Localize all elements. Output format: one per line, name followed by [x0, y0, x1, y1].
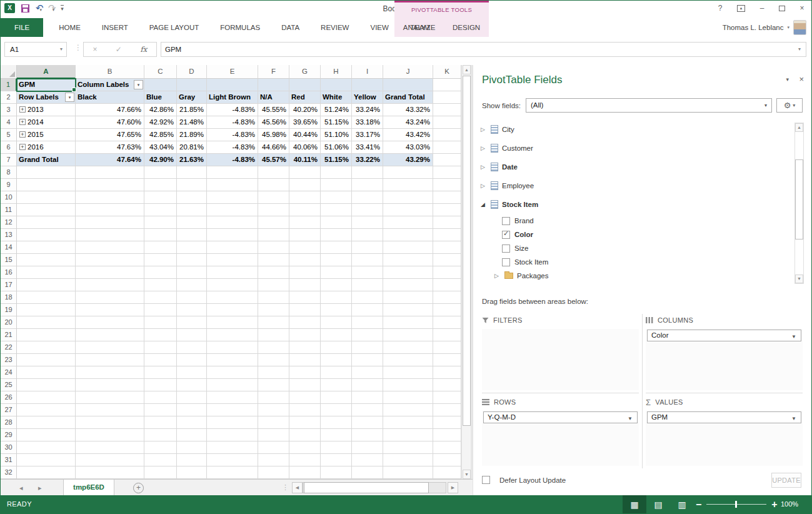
cell-H27[interactable] — [321, 404, 352, 416]
scroll-left-icon[interactable]: ◀ — [292, 482, 303, 493]
cell-I19[interactable] — [352, 304, 383, 316]
cell-F29[interactable] — [258, 429, 289, 441]
cell-H25[interactable] — [321, 379, 352, 391]
cell-I26[interactable] — [352, 391, 383, 404]
row-header-1[interactable]: 1 — [1, 79, 17, 91]
page-break-view-icon[interactable]: ▥ — [670, 495, 694, 513]
field-item-stock-item[interactable]: ◢Stock Item — [477, 195, 792, 214]
cell-J24[interactable] — [383, 366, 433, 379]
name-box-dropdown-icon[interactable]: ▾ — [60, 43, 63, 56]
cell-H19[interactable] — [321, 304, 352, 316]
name-box[interactable]: A1 ▾ — [4, 42, 67, 57]
tab-insert[interactable]: INSERT — [91, 18, 139, 37]
row-header-19[interactable]: 19 — [1, 304, 17, 316]
cell-D11[interactable] — [177, 204, 207, 216]
cell-I16[interactable] — [352, 266, 383, 279]
cell-B19[interactable] — [76, 304, 144, 316]
cell-E27[interactable] — [207, 404, 258, 416]
cell-I24[interactable] — [352, 366, 383, 379]
help-icon[interactable]: ? — [716, 3, 724, 13]
cell-G29[interactable] — [289, 429, 321, 441]
column-header-I[interactable]: I — [352, 65, 383, 79]
cell-F24[interactable] — [258, 366, 289, 379]
cell-G3[interactable]: 40.20% — [289, 104, 321, 116]
cell-E7[interactable]: -4.83% — [207, 154, 258, 166]
zoom-slider-thumb[interactable] — [735, 501, 737, 508]
cell-A24[interactable] — [17, 366, 76, 379]
cell-B24[interactable] — [76, 366, 144, 379]
cell-E26[interactable] — [207, 391, 258, 404]
cell-K7[interactable] — [433, 154, 461, 166]
cell-K20[interactable] — [433, 316, 461, 329]
cell-I31[interactable] — [352, 454, 383, 466]
cell-B9[interactable] — [76, 179, 144, 191]
cell-J12[interactable] — [383, 216, 433, 229]
cell-I21[interactable] — [352, 329, 383, 341]
cell-B4[interactable]: 47.60% — [76, 116, 144, 129]
cancel-icon[interactable]: × — [93, 45, 98, 54]
cell-B30[interactable] — [76, 441, 144, 454]
cell-I5[interactable]: 33.17% — [352, 129, 383, 141]
values-drop-zone[interactable]: GPM ▼ — [646, 411, 803, 466]
cell-A23[interactable] — [17, 354, 76, 366]
cell-E18[interactable] — [207, 291, 258, 304]
cell-J27[interactable] — [383, 404, 433, 416]
cell-G23[interactable] — [289, 354, 321, 366]
cell-F11[interactable] — [258, 204, 289, 216]
cell-H7[interactable]: 51.15% — [321, 154, 352, 166]
cell-H2[interactable]: White — [321, 91, 352, 104]
row-header-15[interactable]: 15 — [1, 254, 17, 266]
cell-K8[interactable] — [433, 166, 461, 179]
cell-I25[interactable] — [352, 379, 383, 391]
cell-E16[interactable] — [207, 266, 258, 279]
cell-C17[interactable] — [144, 279, 177, 291]
expand-icon[interactable]: ▷ — [494, 273, 504, 279]
cell-B26[interactable] — [76, 391, 144, 404]
cell-F30[interactable] — [258, 441, 289, 454]
scroll-down-icon[interactable]: ▼ — [463, 470, 471, 479]
cell-K21[interactable] — [433, 329, 461, 341]
cell-F13[interactable] — [258, 229, 289, 241]
rows-drop-zone[interactable]: Y-Q-M-D ▼ — [482, 411, 639, 466]
cell-D31[interactable] — [177, 454, 207, 466]
cell-G18[interactable] — [289, 291, 321, 304]
cell-G19[interactable] — [289, 304, 321, 316]
cell-D7[interactable]: 21.63% — [177, 154, 207, 166]
cell-A9[interactable] — [17, 179, 76, 191]
cell-A3[interactable]: +2013 — [17, 104, 76, 116]
cell-D25[interactable] — [177, 379, 207, 391]
cell-D12[interactable] — [177, 216, 207, 229]
cell-K19[interactable] — [433, 304, 461, 316]
cell-I28[interactable] — [352, 416, 383, 429]
cell-E11[interactable] — [207, 204, 258, 216]
cell-E23[interactable] — [207, 354, 258, 366]
row-header-27[interactable]: 27 — [1, 404, 17, 416]
user-dropdown-icon[interactable]: ▾ — [787, 25, 789, 30]
cell-C15[interactable] — [144, 254, 177, 266]
cell-G12[interactable] — [289, 216, 321, 229]
row-header-10[interactable]: 10 — [1, 191, 17, 204]
cell-K25[interactable] — [433, 379, 461, 391]
cell-G14[interactable] — [289, 241, 321, 254]
cell-G16[interactable] — [289, 266, 321, 279]
cell-A20[interactable] — [17, 316, 76, 329]
cell-B28[interactable] — [76, 416, 144, 429]
cell-C4[interactable]: 42.92% — [144, 116, 177, 129]
cell-D29[interactable] — [177, 429, 207, 441]
formula-bar-expand-icon[interactable]: ▾ — [798, 43, 801, 56]
defer-layout-checkbox[interactable] — [482, 476, 490, 484]
cell-H29[interactable] — [321, 429, 352, 441]
cell-F12[interactable] — [258, 216, 289, 229]
cell-I29[interactable] — [352, 429, 383, 441]
cell-C3[interactable]: 42.86% — [144, 104, 177, 116]
cell-K17[interactable] — [433, 279, 461, 291]
field-chip-gpm[interactable]: GPM ▼ — [647, 411, 801, 423]
cell-H22[interactable] — [321, 341, 352, 354]
field-item-customer[interactable]: ▷Customer — [477, 139, 792, 158]
cell-D21[interactable] — [177, 329, 207, 341]
cell-K22[interactable] — [433, 341, 461, 354]
cell-E25[interactable] — [207, 379, 258, 391]
cell-C19[interactable] — [144, 304, 177, 316]
cell-C20[interactable] — [144, 316, 177, 329]
cell-D9[interactable] — [177, 179, 207, 191]
